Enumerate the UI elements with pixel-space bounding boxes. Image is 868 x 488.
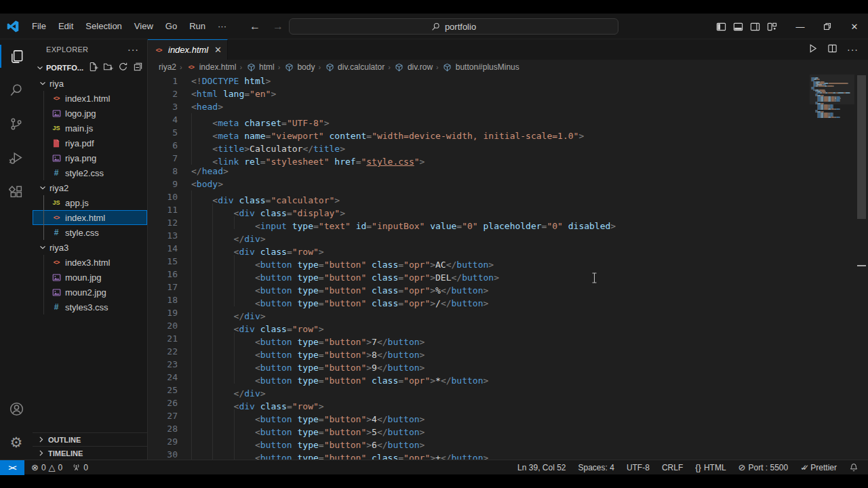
- explorer-more-actions[interactable]: ···: [127, 44, 139, 55]
- menu-more[interactable]: ···: [212, 18, 233, 34]
- panel-outline[interactable]: OUTLINE: [33, 432, 147, 446]
- folder-riya2[interactable]: riya2: [33, 180, 147, 195]
- breadcrumb-button-plusMinus[interactable]: button#plusMinus: [442, 62, 519, 72]
- file-moun2-jpg[interactable]: moun2.jpg: [33, 285, 147, 300]
- eol-sequence[interactable]: CRLF: [658, 460, 687, 475]
- menu-file[interactable]: File: [26, 18, 52, 34]
- breadcrumb-div-calculator[interactable]: div.calculator: [324, 62, 384, 72]
- code-line-4[interactable]: 4<meta charset="UTF-8">: [148, 113, 868, 126]
- restore-button[interactable]: [814, 14, 841, 39]
- toggle-panel-icon[interactable]: [733, 22, 743, 32]
- code-line-23[interactable]: 23<button type="button">9</button>: [148, 358, 868, 371]
- breadcrumb-index-html[interactable]: <>index.html: [186, 62, 237, 72]
- breadcrumb-div-row[interactable]: div.row: [394, 62, 433, 72]
- code-line-7[interactable]: 7<link rel="stylesheet" href="style.css"…: [148, 152, 868, 165]
- file-style-css[interactable]: #style.css: [33, 225, 147, 240]
- new-folder-icon[interactable]: [103, 62, 113, 74]
- code-line-16[interactable]: 16<button type="button" class="opr">DEL<…: [148, 268, 868, 281]
- code-line-1[interactable]: 1<!DOCTYPE html>: [148, 75, 868, 87]
- code-line-11[interactable]: 11<div class="display">: [148, 203, 868, 216]
- code-line-20[interactable]: 20<div class="row">: [148, 319, 868, 332]
- code-line-5[interactable]: 5<meta name="viewport" content="width=de…: [148, 126, 868, 139]
- code-line-12[interactable]: 12<input type="text" id="inputBox" value…: [148, 216, 868, 229]
- code-line-2[interactable]: 2<html lang="en">: [148, 87, 868, 100]
- account-icon[interactable]: [0, 392, 33, 426]
- new-file-icon[interactable]: [88, 62, 98, 74]
- code-line-29[interactable]: 29<button type="button">6</button>: [148, 435, 868, 448]
- file-logo-jpg[interactable]: logo.jpg: [33, 106, 147, 121]
- menu-go[interactable]: Go: [159, 18, 183, 34]
- back-arrow-icon[interactable]: ←: [250, 20, 260, 33]
- file-moun-jpg[interactable]: moun.jpg: [33, 270, 147, 285]
- code-line-10[interactable]: 10<div class="calculator">: [148, 190, 868, 203]
- menu-selection[interactable]: Selection: [79, 18, 127, 34]
- settings-gear-icon[interactable]: ⚙: [0, 426, 33, 460]
- code-line-9[interactable]: 9<body>: [148, 178, 868, 190]
- split-editor-icon[interactable]: [827, 43, 837, 56]
- code-line-21[interactable]: 21<button type="button">7</button>: [148, 332, 868, 345]
- code-line-25[interactable]: 25</div>: [148, 384, 868, 396]
- forward-arrow-icon[interactable]: →: [273, 20, 283, 33]
- close-window-button[interactable]: ✕: [841, 14, 868, 39]
- search-sidebar-icon[interactable]: [0, 73, 33, 107]
- encoding[interactable]: UTF-8: [623, 460, 654, 475]
- refresh-icon[interactable]: [118, 62, 128, 74]
- file-style2-css[interactable]: #style2.css: [33, 165, 147, 180]
- source-control-icon[interactable]: [0, 107, 33, 141]
- breadcrumb-html[interactable]: html: [245, 62, 275, 72]
- notifications-bell[interactable]: [845, 460, 863, 475]
- minimap[interactable]: [811, 77, 850, 118]
- tab-index-html[interactable]: <> index.html ✕: [148, 39, 228, 60]
- command-center-search[interactable]: portfolio: [289, 18, 618, 35]
- problems-indicator[interactable]: ⊗ 0 △ 0: [27, 460, 66, 475]
- run-debug-icon[interactable]: [0, 141, 33, 175]
- folder-riya[interactable]: riya: [33, 76, 147, 91]
- code-line-28[interactable]: 28<button type="button">5</button>: [148, 422, 868, 435]
- toggle-sidebar-icon[interactable]: [716, 22, 726, 32]
- indentation[interactable]: Spaces: 4: [574, 460, 618, 475]
- toggle-secondary-sidebar-icon[interactable]: [750, 22, 760, 32]
- file-riya-pdf[interactable]: riya.pdf: [33, 136, 147, 150]
- code-line-14[interactable]: 14<div class="row">: [148, 242, 868, 255]
- code-line-27[interactable]: 27<button type="button">4</button>: [148, 409, 868, 422]
- code-line-19[interactable]: 19</div>: [148, 306, 868, 319]
- ports-indicator[interactable]: 0: [68, 460, 92, 475]
- collapse-all-icon[interactable]: [133, 62, 143, 74]
- file-index-html[interactable]: <>index.html: [33, 210, 147, 225]
- breadcrumb-riya2[interactable]: riya2: [159, 62, 176, 72]
- run-file-icon[interactable]: [808, 43, 818, 56]
- code-line-15[interactable]: 15<button type="button" class="opr">AC</…: [148, 255, 868, 268]
- extensions-icon[interactable]: [0, 175, 33, 209]
- remote-indicator[interactable]: ><: [0, 460, 24, 475]
- explorer-icon[interactable]: [0, 39, 33, 73]
- live-server-port[interactable]: ⊘ Port : 5500: [734, 460, 793, 475]
- menu-run[interactable]: Run: [183, 18, 212, 34]
- folder-riya3[interactable]: riya3: [33, 240, 147, 255]
- code-line-22[interactable]: 22<button type="button">8</button>: [148, 345, 868, 358]
- code-line-26[interactable]: 26<div class="row">: [148, 396, 868, 409]
- file-index3-html[interactable]: <>index3.html: [33, 255, 147, 270]
- minimize-button[interactable]: —: [787, 14, 814, 39]
- editor-more-actions[interactable]: ···: [847, 44, 859, 55]
- file-index1-html[interactable]: <>index1.html: [33, 91, 147, 106]
- code-line-3[interactable]: 3<head>: [148, 100, 868, 113]
- scrollbar-thumb[interactable]: [857, 75, 866, 219]
- file-main-js[interactable]: JSmain.js: [33, 121, 147, 136]
- language-mode[interactable]: {⁠} HTML: [691, 460, 730, 475]
- workspace-row[interactable]: PORTFO...: [33, 60, 147, 76]
- tab-close-icon[interactable]: ✕: [214, 45, 222, 55]
- code-line-30[interactable]: 30<button type="button" class="opr">+</b…: [148, 448, 868, 460]
- breadcrumb-body[interactable]: body: [283, 62, 315, 72]
- file-styles3-css[interactable]: #styles3.css: [33, 300, 147, 314]
- code-editor[interactable]: 1<!DOCTYPE html>2<html lang="en">3<head>…: [148, 75, 868, 460]
- menu-edit[interactable]: Edit: [52, 18, 79, 34]
- menu-view[interactable]: View: [128, 18, 159, 34]
- prettier-status[interactable]: ✓✓ Prettier: [796, 460, 841, 475]
- code-line-18[interactable]: 18<button type="button" class="opr">/</b…: [148, 293, 868, 306]
- code-line-24[interactable]: 24<button type="button" class="opr">*</b…: [148, 371, 868, 384]
- file-app-js[interactable]: JSapp.js: [33, 195, 147, 210]
- customize-layout-icon[interactable]: [767, 22, 777, 32]
- cursor-position[interactable]: Ln 39, Col 52: [513, 460, 570, 475]
- panel-timeline[interactable]: TIMELINE: [33, 446, 147, 460]
- file-riya-png[interactable]: riya.png: [33, 150, 147, 165]
